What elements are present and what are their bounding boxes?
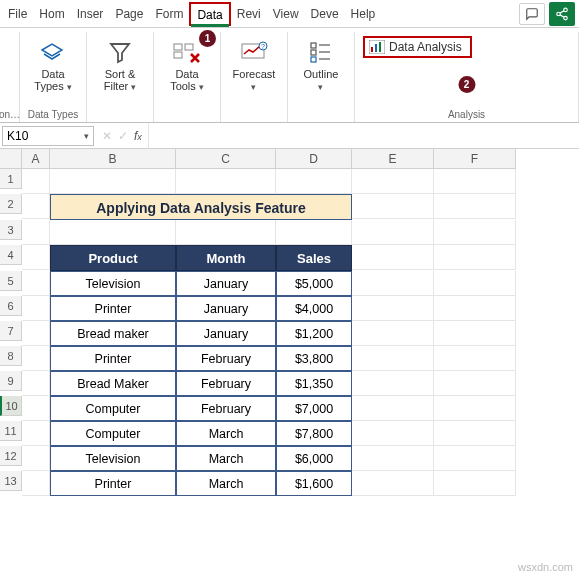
- share-button[interactable]: [549, 2, 575, 26]
- row-header[interactable]: 8: [0, 346, 22, 366]
- table-cell[interactable]: February: [176, 396, 276, 421]
- row-header[interactable]: 7: [0, 321, 22, 341]
- table-cell[interactable]: $1,600: [276, 471, 352, 496]
- table-cell[interactable]: $1,200: [276, 321, 352, 346]
- col-header[interactable]: C: [176, 149, 276, 169]
- cell[interactable]: [50, 169, 176, 194]
- cell[interactable]: [22, 471, 50, 496]
- cell[interactable]: [352, 220, 434, 245]
- cell[interactable]: [434, 169, 516, 194]
- name-box[interactable]: K10 ▾: [2, 126, 94, 146]
- menu-page-layout[interactable]: Page: [109, 3, 149, 25]
- cell[interactable]: [434, 194, 516, 219]
- table-cell[interactable]: $3,800: [276, 346, 352, 371]
- cell[interactable]: [352, 169, 434, 194]
- cell[interactable]: [22, 245, 50, 270]
- cell[interactable]: [434, 471, 516, 496]
- cell[interactable]: [434, 346, 516, 371]
- row-header[interactable]: 3: [0, 220, 22, 240]
- table-cell[interactable]: $1,350: [276, 371, 352, 396]
- table-cell[interactable]: January: [176, 271, 276, 296]
- cell[interactable]: [352, 321, 434, 346]
- menu-help[interactable]: Help: [345, 3, 382, 25]
- row-header[interactable]: 5: [0, 271, 22, 291]
- menu-data[interactable]: Data: [189, 2, 230, 26]
- table-cell[interactable]: $6,000: [276, 446, 352, 471]
- cell[interactable]: [352, 346, 434, 371]
- row-header[interactable]: 1: [0, 169, 22, 189]
- data-types-button[interactable]: DataTypes ▾: [26, 34, 80, 93]
- table-cell[interactable]: $5,000: [276, 271, 352, 296]
- col-header[interactable]: D: [276, 149, 352, 169]
- menu-review[interactable]: Revi: [231, 3, 267, 25]
- cell[interactable]: [434, 220, 516, 245]
- col-header[interactable]: F: [434, 149, 516, 169]
- menu-home[interactable]: Hom: [33, 3, 70, 25]
- forecast-button[interactable]: ? Forecast▾: [227, 34, 281, 93]
- col-header[interactable]: E: [352, 149, 434, 169]
- cell[interactable]: [352, 194, 434, 219]
- cell[interactable]: [434, 271, 516, 296]
- table-cell[interactable]: March: [176, 471, 276, 496]
- table-cell[interactable]: Television: [50, 271, 176, 296]
- row-header[interactable]: 6: [0, 296, 22, 316]
- table-cell[interactable]: $7,000: [276, 396, 352, 421]
- data-analysis-button[interactable]: Data Analysis: [363, 36, 472, 58]
- cell[interactable]: [434, 296, 516, 321]
- cell[interactable]: [276, 220, 352, 245]
- row-header[interactable]: 2: [0, 194, 22, 214]
- cell[interactable]: [434, 371, 516, 396]
- cell[interactable]: [352, 421, 434, 446]
- row-header[interactable]: 11: [0, 421, 22, 441]
- cell[interactable]: [352, 271, 434, 296]
- sort-filter-button[interactable]: Sort &Filter ▾: [93, 34, 147, 93]
- cell[interactable]: [434, 396, 516, 421]
- table-cell[interactable]: Bread Maker: [50, 371, 176, 396]
- table-header[interactable]: Product: [50, 245, 176, 271]
- cell[interactable]: [276, 169, 352, 194]
- table-header[interactable]: Month: [176, 245, 276, 271]
- comments-button[interactable]: [519, 3, 545, 25]
- col-header[interactable]: B: [50, 149, 176, 169]
- table-cell[interactable]: Computer: [50, 421, 176, 446]
- table-header[interactable]: Sales: [276, 245, 352, 271]
- cell[interactable]: [22, 346, 50, 371]
- data-tools-button[interactable]: DataTools ▾ 1: [160, 34, 214, 93]
- menu-developer[interactable]: Deve: [305, 3, 345, 25]
- select-all-corner[interactable]: [0, 149, 22, 169]
- table-cell[interactable]: Television: [50, 446, 176, 471]
- cell[interactable]: [352, 245, 434, 270]
- row-header[interactable]: 4: [0, 245, 22, 265]
- menu-formulas[interactable]: Form: [149, 3, 189, 25]
- cell[interactable]: [434, 421, 516, 446]
- cell[interactable]: [434, 321, 516, 346]
- cell[interactable]: [22, 446, 50, 471]
- cell[interactable]: [22, 296, 50, 321]
- cell[interactable]: [22, 271, 50, 296]
- cell[interactable]: [22, 371, 50, 396]
- cell[interactable]: [434, 245, 516, 270]
- table-cell[interactable]: Printer: [50, 296, 176, 321]
- cancel-formula-icon[interactable]: ✕: [102, 129, 112, 143]
- cell[interactable]: [22, 194, 50, 219]
- menu-view[interactable]: View: [267, 3, 305, 25]
- table-cell[interactable]: Printer: [50, 471, 176, 496]
- menu-file[interactable]: File: [2, 3, 33, 25]
- table-cell[interactable]: March: [176, 446, 276, 471]
- cell[interactable]: [352, 296, 434, 321]
- enter-formula-icon[interactable]: ✓: [118, 129, 128, 143]
- table-cell[interactable]: January: [176, 321, 276, 346]
- table-cell[interactable]: February: [176, 346, 276, 371]
- cell[interactable]: [22, 169, 50, 194]
- row-header[interactable]: 12: [0, 446, 22, 466]
- col-header[interactable]: A: [22, 149, 50, 169]
- table-cell[interactable]: Printer: [50, 346, 176, 371]
- cell[interactable]: [352, 446, 434, 471]
- cell[interactable]: [22, 396, 50, 421]
- row-header[interactable]: 10: [0, 396, 22, 416]
- table-cell[interactable]: $7,800: [276, 421, 352, 446]
- cell[interactable]: [22, 220, 50, 245]
- cell[interactable]: [50, 220, 176, 245]
- cell[interactable]: [176, 169, 276, 194]
- table-cell[interactable]: January: [176, 296, 276, 321]
